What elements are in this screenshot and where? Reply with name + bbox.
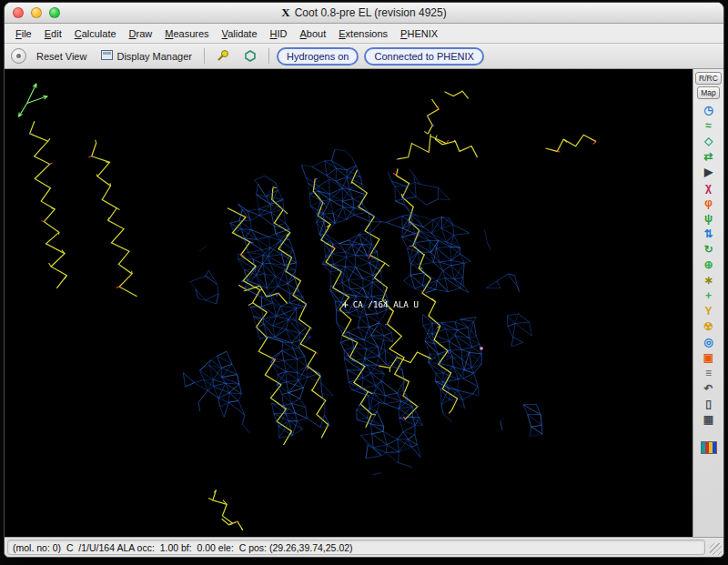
real-space-refine-icon[interactable]: ◷ (701, 104, 717, 117)
regularize-zone-icon[interactable]: ≈ (701, 119, 717, 133)
coot-window: X Coot 0.8-pre EL (revision 4925) File E… (4, 2, 724, 558)
viewport-container (5, 69, 693, 537)
reset-view-button[interactable]: Reset View (32, 49, 91, 64)
go-to-ligand-icon (244, 49, 257, 64)
mutate-autofit-icon[interactable]: ∗ (701, 274, 717, 288)
menu-phenix[interactable]: PHENIX (394, 26, 444, 41)
colour-scheme-icon[interactable] (701, 441, 717, 454)
radioactive-icon[interactable]: ☢ (701, 320, 717, 334)
status-frame: (mol. no: 0) C /1/U/164 ALA occ: 1.00 bf… (7, 540, 705, 555)
molecular-viewport[interactable] (5, 69, 693, 537)
traffic-lights (13, 7, 60, 18)
menu-calculate[interactable]: Calculate (68, 26, 123, 41)
menu-about[interactable]: About (294, 26, 333, 41)
go-to-ligand-button[interactable] (239, 47, 261, 66)
add-terminal-residue-icon[interactable]: + (701, 289, 717, 303)
zoom-button[interactable] (49, 7, 60, 18)
titlebar[interactable]: X Coot 0.8-pre EL (revision 4925) (5, 3, 723, 24)
add-alt-conf-icon[interactable]: Y (701, 305, 717, 318)
rigid-body-fit-icon[interactable]: ◇ (701, 135, 717, 148)
menu-measures[interactable]: Measures (158, 26, 215, 41)
right-toolbar: R/RC Map ◷ ≈ ◇ ⇄ ▶ χ φ ψ ⇅ ↻ ⊕ ∗ + Y ☢ ◎… (693, 69, 723, 537)
go-to-atom-icon (217, 49, 229, 64)
torsion-general-icon[interactable]: ψ (701, 212, 717, 226)
menu-extensions[interactable]: Extensions (332, 26, 394, 41)
statusbar: (mol. no: 0) C /1/U/164 ALA occ: 1.00 bf… (5, 537, 723, 557)
r-rc-toggle-button[interactable]: R/RC (695, 72, 722, 85)
main-area: R/RC Map ◷ ≈ ◇ ⇄ ▶ χ φ ψ ⇅ ↻ ⊕ ∗ + Y ☢ ◎… (5, 69, 723, 537)
hydrogens-toggle-button[interactable]: Hydrogens on (277, 47, 359, 66)
toolbar-handle-dot (16, 54, 21, 58)
display-manager-label: Display Manager (116, 51, 192, 62)
go-to-atom-button[interactable] (212, 47, 234, 66)
window-title-group: X Coot 0.8-pre EL (revision 4925) (281, 5, 446, 20)
residue-info-icon[interactable]: ≡ (701, 367, 717, 380)
auto-fit-rotamer-icon[interactable]: ▶ (701, 166, 717, 179)
menu-hid[interactable]: HID (264, 26, 294, 41)
atom-status-text: (mol. no: 0) C /1/U/164 ALA occ: 1.00 bf… (8, 542, 353, 553)
display-manager-button[interactable]: Display Manager (96, 48, 197, 64)
sidechain-180-flip-icon[interactable]: ↻ (701, 243, 717, 257)
display-manager-icon (101, 50, 113, 62)
close-button[interactable] (13, 7, 24, 18)
phenix-connection-button[interactable]: Connected to PHENIX (364, 47, 483, 66)
minimize-button[interactable] (31, 7, 42, 18)
main-toolbar: Reset View Display Manager Hydrogens on … (5, 44, 723, 69)
centre-atom-icon[interactable]: ◎ (701, 336, 717, 349)
reset-view-label: Reset View (36, 51, 86, 62)
refine-params-icon[interactable]: ▦ (701, 413, 717, 427)
toolbar-handle-button[interactable] (11, 48, 26, 64)
map-toggle-button[interactable]: Map (697, 86, 720, 99)
menu-draw[interactable]: Draw (123, 26, 159, 41)
simple-mutate-icon[interactable]: ⊕ (701, 258, 717, 272)
edit-chi-angles-icon[interactable]: φ (701, 197, 717, 210)
menubar: File Edit Calculate Draw Measures Valida… (5, 24, 723, 44)
model-fit-refine-icon-column: ◷ ≈ ◇ ⇄ ▶ χ φ ψ ⇅ ↻ ⊕ ∗ + Y ☢ ◎ ▣ ≡ ↶ ▯ (701, 104, 717, 454)
window-title: Coot 0.8-pre EL (revision 4925) (295, 6, 447, 19)
toolbar-separator (204, 48, 205, 64)
toolbar-separator-2 (268, 48, 269, 64)
undo-icon[interactable]: ↶ (701, 382, 717, 396)
x11-icon: X (281, 5, 289, 20)
rotamer-icon[interactable]: χ (701, 181, 717, 195)
menu-edit[interactable]: Edit (38, 26, 68, 41)
resize-grip[interactable] (710, 543, 722, 555)
menu-file[interactable]: File (9, 26, 38, 41)
menu-validate[interactable]: Validate (216, 26, 264, 41)
rotate-translate-icon[interactable]: ⇄ (701, 150, 717, 164)
delete-item-icon[interactable]: ▯ (701, 398, 717, 411)
add-atom-icon[interactable]: ▣ (701, 351, 717, 365)
flip-peptide-icon[interactable]: ⇅ (701, 227, 717, 241)
